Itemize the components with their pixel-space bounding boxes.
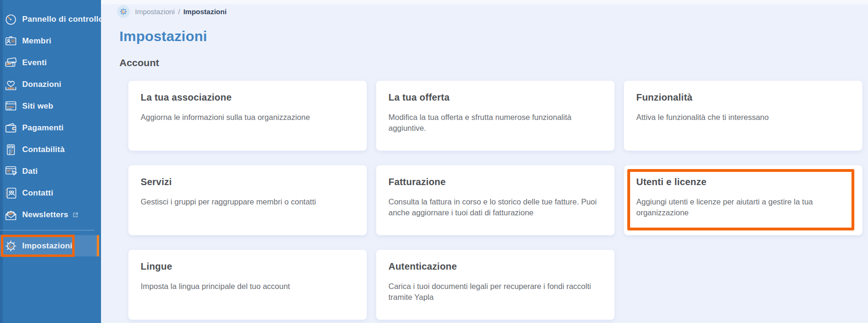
sidebar-item-label: Siti web	[22, 102, 53, 111]
breadcrumb-gear-icon-badge	[117, 5, 130, 18]
card-la-tua-offerta[interactable]: La tua offerta Modifica la tua offerta e…	[376, 81, 615, 151]
card-description: Attiva le funzionalità che ti interessan…	[636, 112, 850, 123]
events-icon	[4, 56, 18, 70]
card-description: Gestisci i gruppi per raggruppare membri…	[141, 196, 354, 207]
sidebar-item-siti-web[interactable]: www Siti web	[0, 95, 97, 117]
card-description: Consulta la fattura in corso e lo storic…	[388, 196, 602, 218]
settings-cards-grid: La tua associazione Aggiorna le informaz…	[128, 81, 862, 320]
sidebar-item-dati[interactable]: Dati	[0, 161, 97, 182]
sidebar-nav: Pannello di controllo Membri	[0, 0, 101, 256]
data-icon	[4, 164, 18, 178]
section-heading-account: Account	[119, 57, 868, 69]
newsletter-icon	[4, 208, 18, 222]
sidebar-divider	[0, 230, 94, 230]
accounting-icon	[4, 143, 18, 157]
external-link-icon	[72, 212, 79, 218]
sidebar-item-membri[interactable]: Membri	[0, 30, 97, 52]
card-title: Autenticazione	[388, 260, 602, 272]
sidebar-item-pagamenti[interactable]: Pagamenti	[0, 117, 97, 139]
sidebar-item-eventi[interactable]: Eventi	[0, 52, 97, 74]
card-description: Aggiungi utenti e licenze per aiutarti a…	[636, 196, 850, 218]
sidebar-item-label: Membri	[22, 36, 51, 46]
breadcrumb-current-page: Impostazioni	[183, 8, 227, 16]
top-band	[101, 0, 868, 4]
sidebar-item-label: Pagamenti	[22, 123, 64, 133]
sidebar-item-label: Donazioni	[22, 80, 61, 89]
card-utenti-e-licenze[interactable]: Utenti e licenze Aggiungi utenti e licen…	[624, 165, 862, 235]
sidebar-item-donazioni[interactable]: Donazioni	[0, 74, 97, 95]
card-servizi[interactable]: Servizi Gestisci i gruppi per raggruppar…	[128, 165, 367, 235]
card-la-tua-associazione[interactable]: La tua associazione Aggiorna le informaz…	[128, 81, 367, 151]
card-title: La tua offerta	[388, 91, 602, 103]
card-title: Fatturazione	[388, 176, 602, 188]
card-description: Carica i tuoi documenti legali per recup…	[388, 281, 602, 303]
websites-icon: www	[4, 99, 18, 113]
payments-icon	[4, 121, 18, 135]
sidebar-item-label: Newsletters	[22, 210, 68, 220]
card-title: Utenti e licenze	[636, 176, 850, 188]
card-title: Lingue	[141, 260, 354, 272]
sidebar-item-label: Contabilità	[22, 145, 65, 154]
svg-text:www: www	[7, 105, 14, 108]
members-icon	[4, 34, 18, 48]
sidebar-item-contabilita[interactable]: Contabilità	[0, 139, 97, 161]
card-autenticazione[interactable]: Autenticazione Carica i tuoi documenti l…	[376, 250, 615, 320]
page-title: Impostazioni	[119, 27, 868, 45]
card-description: Aggiorna le informazioni sulla tua organ…	[141, 112, 354, 123]
breadcrumb-link-impostazioni[interactable]: Impostazioni	[135, 8, 175, 16]
card-fatturazione[interactable]: Fatturazione Consulta la fattura in cors…	[376, 165, 615, 235]
gear-icon	[4, 239, 18, 253]
sidebar-item-pannello-di-controllo[interactable]: Pannello di controllo	[0, 8, 97, 30]
sidebar-item-impostazioni[interactable]: Impostazioni	[0, 235, 97, 256]
breadcrumb-separator: /	[178, 8, 180, 16]
active-item-indicator	[97, 235, 99, 256]
sidebar-item-label: Eventi	[22, 58, 47, 68]
donations-icon	[4, 77, 18, 92]
card-title: La tua associazione	[141, 91, 354, 103]
contacts-icon	[4, 186, 18, 200]
sidebar-item-label: Impostazioni	[22, 241, 72, 251]
card-title: Funzionalità	[636, 91, 850, 103]
dashboard-icon	[4, 12, 18, 26]
sidebar-item-label: Contatti	[22, 188, 53, 198]
card-funzionalita[interactable]: Funzionalità Attiva le funzionalità che …	[624, 81, 862, 151]
card-title: Servizi	[141, 176, 354, 188]
main-content: Impostazioni / Impostazioni Impostazioni…	[101, 0, 868, 323]
sidebar: Pannello di controllo Membri	[0, 0, 101, 323]
gear-icon	[119, 7, 128, 16]
sidebar-item-contatti[interactable]: Contatti	[0, 182, 97, 204]
card-description: Modifica la tua offerta e sfrutta numero…	[388, 112, 602, 134]
sidebar-item-newsletters[interactable]: Newsletters	[0, 204, 97, 226]
card-description: Imposta la lingua principale del tuo acc…	[141, 281, 354, 292]
card-lingue[interactable]: Lingue Imposta la lingua principale del …	[128, 250, 367, 320]
sidebar-item-label: Pannello di controllo	[22, 15, 103, 24]
sidebar-item-label: Dati	[22, 167, 38, 176]
